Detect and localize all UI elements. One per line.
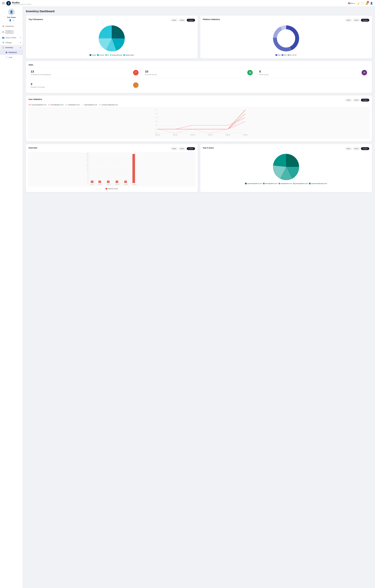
stat-info-eps: 10 End Point Security — [145, 70, 157, 75]
sidebar-item-inv-dashboard[interactable]: ⊞ Dashboard — [0, 50, 23, 55]
top-browsers-tab-week[interactable]: Week — [171, 19, 178, 21]
svg-text:11: 11 — [87, 170, 88, 172]
stat-card-es: 5 Email Security ✉ — [257, 67, 369, 78]
browsers-pie-svg — [97, 24, 126, 53]
user-stats-tab-month[interactable]: Month — [353, 99, 360, 102]
dt-label: DT — [295, 54, 297, 56]
nav-menu: ⊞ Dashboard ◈ Intelligence Dashboard 👥 U… — [0, 24, 23, 60]
top-browsers-tab-custom[interactable]: Custom — [187, 19, 195, 21]
svg-text:Feb 21: Feb 21 — [90, 184, 94, 185]
dt-dot — [293, 54, 294, 56]
sidebar-item-intelligence[interactable]: ◈ Intelligence Dashboard — [0, 29, 23, 35]
svg-point-5 — [279, 31, 293, 46]
browsers-legend: Firefox Chrome IE Android Browser — [90, 54, 134, 56]
svg-text:Feb 24: Feb 24 — [208, 134, 213, 136]
sidebar-item-inv-audit[interactable]: 📄 Audit — [0, 55, 23, 60]
sidebar-item-inventory[interactable]: 📋 Inventory ▴ — [0, 45, 23, 50]
legend-top5-user2: admin@admin.com — [263, 183, 278, 184]
es-dot — [288, 54, 289, 56]
top5-users-tab-week[interactable]: Week — [345, 147, 352, 150]
notifications-button[interactable]: 🔔 6 — [365, 2, 368, 5]
stat-info-es: 5 Email Security — [259, 70, 268, 75]
platform-tab-month[interactable]: Month — [353, 19, 360, 21]
theme-toggle-button[interactable]: 🌙 — [356, 2, 359, 5]
legend-user5: jumpserver@enpast.com — [99, 104, 118, 105]
user-stats-title: User Statistics — [29, 98, 42, 100]
svg-text:Feb 24: Feb 24 — [115, 184, 119, 185]
inventory-count-dot — [106, 188, 107, 189]
legend-pam: PAM — [276, 54, 281, 56]
user3-dot — [65, 105, 68, 105]
logo-icon — [6, 1, 11, 6]
top5-user4-dot — [293, 183, 295, 184]
top5-users-tab-custom[interactable]: Custom — [361, 147, 369, 150]
svg-text:5: 5 — [87, 178, 88, 179]
user-profile-button[interactable]: 👤 — [370, 2, 373, 5]
sidebar-item-settings[interactable]: ⚙ Settings ▾ — [0, 40, 23, 45]
stat-label-eps: End Point Security — [145, 74, 157, 75]
stat-info-dt: 2 Deception Technology — [31, 82, 45, 88]
stat-icon-pam: 🛡 — [133, 70, 139, 75]
user-stats-tab-week[interactable]: Week — [345, 99, 352, 102]
profile-logout-button[interactable]: ⎋ — [13, 19, 14, 21]
profile-name: Test Tester — [2, 16, 21, 18]
svg-rect-63 — [132, 154, 135, 183]
platform-tab-week[interactable]: Week — [345, 19, 352, 21]
sidebar-item-users-roles[interactable]: 👥 Users & Roles ▾ — [0, 35, 23, 40]
top-charts-row: Top 5 Browsers Week Month Custom — [26, 16, 372, 58]
top5-users-tab-month[interactable]: Month — [353, 147, 360, 150]
ie-dot — [105, 54, 107, 56]
sidebar-item-inv-audit-label: Audit — [9, 56, 12, 58]
user4-dot — [81, 105, 84, 105]
legend-firefox: Firefox — [90, 54, 96, 56]
settings-icon: ⚙ — [2, 41, 4, 44]
stat-info-pam: 13 Privilieged Access Management — [31, 70, 51, 75]
svg-text:13: 13 — [87, 168, 88, 169]
overview-tab-month[interactable]: Month — [179, 147, 186, 150]
sidebar-item-dashboard[interactable]: ⊞ Dashboard — [0, 24, 23, 29]
platform-tab-custom[interactable]: Custom — [361, 19, 369, 21]
inv-audit-icon: 📄 — [5, 56, 8, 59]
svg-text:4: 4 — [155, 117, 156, 118]
stat-number-eps: 10 — [145, 70, 157, 73]
stat-card-pam: 13 Privilieged Access Management 🛡 — [29, 67, 141, 78]
hamburger-menu[interactable] — [2, 2, 5, 4]
user4-label: gaurav@admin.com — [84, 104, 97, 105]
top5-users-tabs: Week Month Custom — [345, 147, 369, 150]
es-label: ES — [290, 54, 292, 56]
stat-number-pam: 13 — [31, 70, 51, 73]
user-stats-card: User Statistics Week Month Custom super2… — [26, 95, 372, 141]
bottom-charts-row: Overview Week Month Custom 1 3 5 7 9 11 … — [26, 144, 372, 192]
user5-dot — [99, 105, 101, 105]
top5-user3-dot — [279, 183, 280, 184]
language-selector[interactable]: 🇺🇸 En ▾ — [348, 2, 355, 5]
user-stats-tab-custom[interactable]: Custom — [361, 99, 369, 102]
platform-stats-tabs: Week Month Custom — [345, 19, 369, 21]
top5-users-svg — [272, 153, 300, 181]
users-chevron-icon: ▾ — [20, 37, 21, 39]
inventory-icon: 📋 — [2, 46, 4, 49]
user2-dot — [48, 105, 51, 105]
platform-donut-svg — [272, 24, 300, 53]
svg-text:Feb 25: Feb 25 — [226, 134, 230, 136]
user3-label: yatin@admin.com — [68, 104, 80, 105]
svg-text:19: 19 — [87, 160, 88, 162]
sidebar-item-inv-dashboard-label: Dashboard — [9, 52, 17, 53]
top-nav: RevBits CYBER INTELLIGENCE PLATFORM 🇺🇸 E… — [0, 0, 375, 7]
top-browsers-chart: Firefox Chrome IE Android Browser — [29, 24, 195, 56]
legend-top5-user4: gaurav@admin.com — [293, 183, 308, 184]
overview-tab-week[interactable]: Week — [171, 147, 178, 150]
profile-account-button[interactable]: 👤 — [9, 19, 11, 21]
svg-rect-59 — [98, 180, 101, 183]
svg-text:3: 3 — [87, 180, 88, 181]
flag-icon: 🇺🇸 — [348, 2, 351, 5]
svg-text:6: 6 — [155, 109, 156, 111]
overview-tab-custom[interactable]: Custom — [187, 147, 195, 150]
top-browsers-tab-month[interactable]: Month — [179, 19, 186, 21]
stat-number-dt: 2 — [31, 82, 45, 86]
svg-text:17: 17 — [87, 163, 88, 164]
platform-stats-header: Platform Statistics Week Month Custom — [203, 18, 369, 22]
stat-label-dt: Deception Technology — [31, 86, 45, 88]
fullscreen-button[interactable]: ⛶ — [361, 2, 364, 5]
overview-svg: 1 3 5 7 9 11 13 15 17 19 21 23 25 — [29, 153, 195, 186]
